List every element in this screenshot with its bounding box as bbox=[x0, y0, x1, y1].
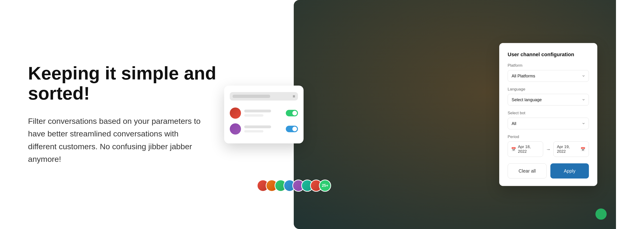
language-select[interactable]: Select language bbox=[508, 94, 589, 106]
date-from-value: Apr 18, 2022 bbox=[518, 145, 540, 154]
page-wrapper: Keeping it simple and sorted! Filter con… bbox=[0, 0, 644, 229]
chat-search-bar: ≡ bbox=[230, 92, 298, 100]
language-label: Language bbox=[508, 87, 589, 92]
toggle-1[interactable] bbox=[286, 110, 298, 116]
avatar-1 bbox=[230, 107, 241, 119]
chat-item-1 bbox=[230, 105, 298, 121]
toggle-2[interactable] bbox=[286, 126, 298, 132]
avatar-group: 25+ bbox=[257, 180, 331, 192]
chat-list-card: ≡ bbox=[224, 86, 304, 143]
avatar-count: 25+ bbox=[319, 180, 331, 192]
chat-msg-bar-1 bbox=[244, 114, 264, 117]
platform-select[interactable]: All Platforms bbox=[508, 70, 589, 82]
clear-all-button[interactable]: Clear all bbox=[508, 164, 547, 179]
select-bot-label: Select bot bbox=[508, 111, 589, 115]
config-buttons: Clear all Apply bbox=[508, 164, 589, 179]
period-row: 📅 Apr 18, 2022 → Apr 19, 2022 📅 bbox=[508, 142, 589, 157]
avatar-2 bbox=[230, 123, 241, 135]
date-arrow: → bbox=[546, 146, 550, 152]
chat-msg-bar-2 bbox=[244, 130, 264, 132]
date-from-box[interactable]: 📅 Apr 18, 2022 bbox=[508, 142, 543, 157]
left-content: Keeping it simple and sorted! Filter con… bbox=[28, 63, 238, 165]
apply-button[interactable]: Apply bbox=[550, 164, 589, 179]
filter-icon[interactable]: ≡ bbox=[292, 94, 295, 99]
date-to-box[interactable]: Apr 19, 2022 📅 bbox=[554, 142, 589, 157]
chat-name-bar-2 bbox=[244, 125, 271, 128]
toggle-green[interactable] bbox=[286, 110, 298, 116]
select-bot-select[interactable]: All bbox=[508, 118, 589, 129]
platform-label: Platform bbox=[508, 63, 589, 68]
search-bar-fill bbox=[232, 95, 270, 98]
config-panel: User channel configuration Platform All … bbox=[499, 43, 597, 186]
calendar-to-icon: 📅 bbox=[580, 147, 586, 152]
calendar-from-icon: 📅 bbox=[511, 147, 516, 152]
green-dot-decoration bbox=[596, 209, 607, 220]
chat-item-content-1 bbox=[244, 110, 282, 117]
date-to-value: Apr 19, 2022 bbox=[557, 145, 578, 154]
right-content: ≡ bbox=[238, 0, 616, 229]
chat-name-bar-1 bbox=[244, 110, 271, 112]
chat-item-2 bbox=[230, 121, 298, 137]
subtext: Filter conversations based on your param… bbox=[28, 115, 206, 166]
headline: Keeping it simple and sorted! bbox=[28, 63, 220, 104]
chat-item-content-2 bbox=[244, 125, 282, 132]
period-label: Period bbox=[508, 135, 589, 139]
toggle-blue[interactable] bbox=[286, 126, 298, 132]
config-title: User channel configuration bbox=[508, 51, 589, 58]
